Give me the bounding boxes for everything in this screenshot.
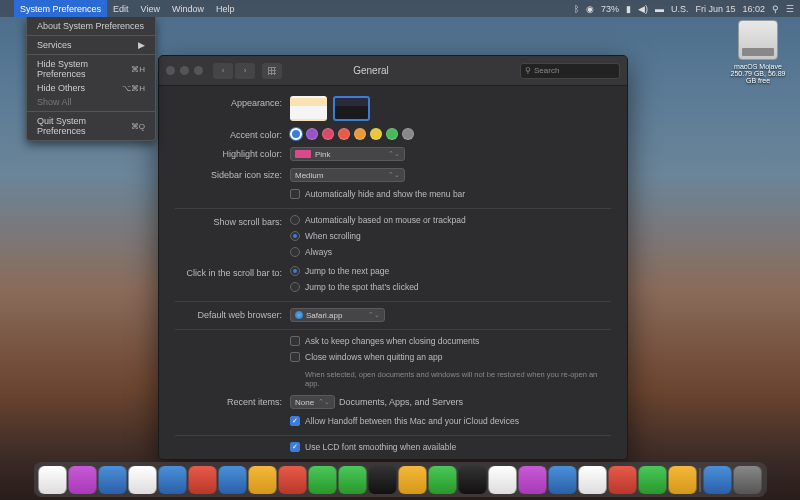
dock-app[interactable] bbox=[579, 466, 607, 494]
dock-app[interactable] bbox=[609, 466, 637, 494]
dock-trash[interactable] bbox=[734, 466, 762, 494]
traffic-minimize[interactable] bbox=[180, 66, 189, 75]
accent-swatch[interactable] bbox=[290, 128, 302, 140]
dock-finder[interactable] bbox=[39, 466, 67, 494]
scrollbars-label: Show scroll bars: bbox=[175, 215, 290, 227]
battery-icon[interactable]: ▮ bbox=[626, 4, 631, 14]
dock-app[interactable] bbox=[69, 466, 97, 494]
prefs-window: ‹ › General ⚲Search Appearance: Accent c… bbox=[158, 55, 628, 460]
dock-app[interactable] bbox=[99, 466, 127, 494]
appearance-label: Appearance: bbox=[175, 96, 290, 108]
disk-info: 250.79 GB, 56.89 GB free bbox=[728, 70, 788, 84]
search-field[interactable]: ⚲Search bbox=[520, 63, 620, 79]
accent-swatch[interactable] bbox=[370, 128, 382, 140]
accent-swatch[interactable] bbox=[402, 128, 414, 140]
wifi-icon[interactable]: ◉ bbox=[586, 4, 594, 14]
click-spot-radio[interactable] bbox=[290, 282, 300, 292]
accent-label: Accent color: bbox=[175, 128, 290, 140]
lcd-smoothing-checkbox[interactable] bbox=[290, 442, 300, 452]
menu-hide-others[interactable]: Hide Others⌥⌘H bbox=[27, 81, 155, 95]
appearance-dark[interactable] bbox=[333, 96, 370, 121]
accent-swatch[interactable] bbox=[354, 128, 366, 140]
autohide-menubar-checkbox[interactable] bbox=[290, 189, 300, 199]
divider bbox=[175, 329, 611, 330]
menu-about[interactable]: About System Preferences bbox=[27, 19, 155, 33]
menu-quit[interactable]: Quit System Preferences⌘Q bbox=[27, 114, 155, 138]
menu-services[interactable]: Services▶ bbox=[27, 38, 155, 52]
menu-window[interactable]: Window bbox=[166, 0, 210, 17]
accent-color-group bbox=[290, 128, 611, 140]
dock-app[interactable] bbox=[519, 466, 547, 494]
menu-help[interactable]: Help bbox=[210, 0, 241, 17]
dock-messages[interactable] bbox=[309, 466, 337, 494]
harddrive-icon bbox=[738, 20, 778, 60]
notification-center-icon[interactable]: ☰ bbox=[786, 4, 794, 14]
dock-app[interactable] bbox=[549, 466, 577, 494]
highlight-popup[interactable]: Pink⌃⌄ bbox=[290, 147, 405, 161]
scroll-when-radio[interactable] bbox=[290, 231, 300, 241]
divider bbox=[175, 208, 611, 209]
volume-icon[interactable]: ◀) bbox=[638, 4, 648, 14]
dock-app[interactable] bbox=[459, 466, 487, 494]
bluetooth-icon[interactable]: ᛒ bbox=[574, 4, 579, 14]
ask-save-checkbox[interactable] bbox=[290, 336, 300, 346]
dock-app[interactable] bbox=[279, 466, 307, 494]
disk-name: macOS Mojave bbox=[728, 63, 788, 70]
menubar-date[interactable]: Fri Jun 15 bbox=[695, 4, 735, 14]
traffic-close[interactable] bbox=[166, 66, 175, 75]
menu-separator bbox=[27, 35, 155, 36]
dock-safari[interactable] bbox=[159, 466, 187, 494]
browser-popup[interactable]: Safari.app⌃⌄ bbox=[290, 308, 385, 322]
scroll-always-radio[interactable] bbox=[290, 247, 300, 257]
traffic-zoom[interactable] bbox=[194, 66, 203, 75]
menu-show-all: Show All bbox=[27, 95, 155, 109]
window-body: Appearance: Accent color: Highlight colo… bbox=[159, 86, 627, 459]
menu-view[interactable]: View bbox=[135, 0, 166, 17]
close-windows-note: When selected, open documents and window… bbox=[290, 370, 611, 388]
accent-swatch[interactable] bbox=[306, 128, 318, 140]
battery-percent[interactable]: 73% bbox=[601, 4, 619, 14]
dock-system-preferences[interactable] bbox=[369, 466, 397, 494]
divider bbox=[175, 435, 611, 436]
dock-app[interactable] bbox=[189, 466, 217, 494]
recent-suffix: Documents, Apps, and Servers bbox=[339, 397, 463, 407]
menu-edit[interactable]: Edit bbox=[107, 0, 135, 17]
dock-facetime[interactable] bbox=[339, 466, 367, 494]
dock-app[interactable] bbox=[399, 466, 427, 494]
safari-icon bbox=[295, 311, 303, 319]
dock-app[interactable] bbox=[489, 466, 517, 494]
menubar-time[interactable]: 16:02 bbox=[742, 4, 765, 14]
spotlight-icon[interactable]: ⚲ bbox=[772, 4, 779, 14]
menubar-app[interactable]: System Preferences bbox=[14, 0, 107, 17]
sidebar-size-popup[interactable]: Medium⌃⌄ bbox=[290, 168, 405, 182]
dock-mail[interactable] bbox=[219, 466, 247, 494]
flag-icon[interactable]: ▬ bbox=[655, 4, 664, 14]
dock-app[interactable] bbox=[639, 466, 667, 494]
sidebar-size-label: Sidebar icon size: bbox=[175, 168, 290, 180]
appearance-light[interactable] bbox=[290, 96, 327, 121]
scroll-auto-radio[interactable] bbox=[290, 215, 300, 225]
close-windows-checkbox[interactable] bbox=[290, 352, 300, 362]
accent-swatch[interactable] bbox=[322, 128, 334, 140]
autohide-menubar-label: Automatically hide and show the menu bar bbox=[305, 189, 465, 199]
accent-swatch[interactable] bbox=[386, 128, 398, 140]
handoff-checkbox[interactable] bbox=[290, 416, 300, 426]
click-next-radio[interactable] bbox=[290, 266, 300, 276]
window-titlebar[interactable]: ‹ › General ⚲Search bbox=[159, 56, 627, 86]
keyboard-layout[interactable]: U.S. bbox=[671, 4, 689, 14]
dock-app[interactable] bbox=[249, 466, 277, 494]
dock-app[interactable] bbox=[429, 466, 457, 494]
recent-label: Recent items: bbox=[175, 395, 290, 407]
menu-hide[interactable]: Hide System Preferences⌘H bbox=[27, 57, 155, 81]
accent-swatch[interactable] bbox=[338, 128, 350, 140]
dock-app[interactable] bbox=[669, 466, 697, 494]
app-menu-dropdown: About System Preferences Services▶ Hide … bbox=[26, 17, 156, 141]
divider bbox=[175, 301, 611, 302]
click-scrollbar-label: Click in the scroll bar to: bbox=[175, 266, 290, 278]
menu-separator bbox=[27, 111, 155, 112]
desktop-disk-icon[interactable]: macOS Mojave 250.79 GB, 56.89 GB free bbox=[728, 20, 788, 84]
highlight-label: Highlight color: bbox=[175, 147, 290, 159]
recent-popup[interactable]: None⌃⌄ bbox=[290, 395, 335, 409]
dock-downloads[interactable] bbox=[704, 466, 732, 494]
dock-app[interactable] bbox=[129, 466, 157, 494]
